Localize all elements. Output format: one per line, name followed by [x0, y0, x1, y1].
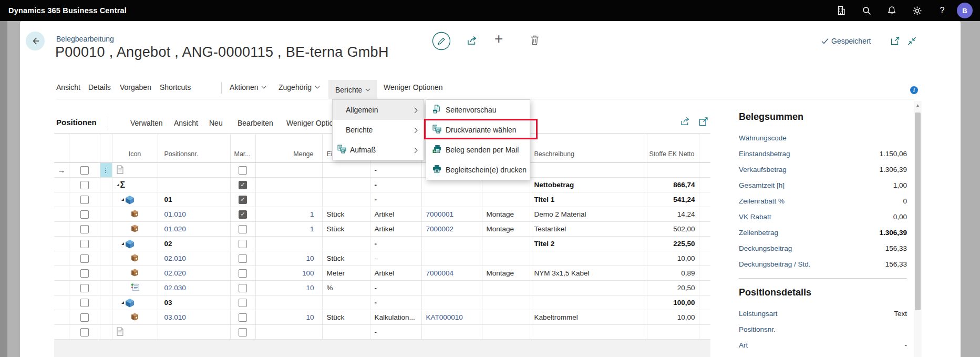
- checkbox[interactable]: [80, 313, 89, 322]
- checkbox[interactable]: [239, 269, 247, 278]
- column-header[interactable]: Mar...: [230, 134, 255, 163]
- cell-mar-checkbox[interactable]: [230, 237, 255, 251]
- row-options[interactable]: [100, 281, 112, 295]
- cell-nr[interactable]: [421, 237, 482, 251]
- cell-art[interactable]: Artikel: [370, 222, 421, 237]
- row-options[interactable]: [100, 207, 112, 222]
- cell-positionsnr[interactable]: 03: [158, 295, 230, 310]
- positions-neu[interactable]: Neu: [209, 119, 223, 127]
- row-select-checkbox[interactable]: [69, 163, 100, 178]
- cell-einheit[interactable]: [322, 325, 370, 340]
- cell-stoffe-ek-netto[interactable]: [647, 325, 699, 340]
- cell-nr[interactable]: [421, 325, 482, 340]
- submenu-begleitscheine-drucken[interactable]: Begleitschein(e) drucken: [426, 160, 530, 180]
- column-header[interactable]: [54, 134, 69, 163]
- submenu-seitenvorschau[interactable]: Seitenvorschau: [426, 100, 530, 120]
- factbox-label[interactable]: Leistungsart: [739, 310, 778, 318]
- row-type-icon-cell[interactable]: [112, 251, 158, 266]
- menu-weniger-optionen[interactable]: Weniger Optionen: [384, 83, 443, 91]
- cell-menge[interactable]: 1: [255, 207, 322, 222]
- cell-menge[interactable]: [255, 163, 322, 178]
- menu-aktionen[interactable]: Aktionen: [230, 83, 266, 91]
- cell-arbeit[interactable]: Montage: [482, 222, 530, 237]
- cell-positionsnr[interactable]: 02.020: [158, 266, 230, 281]
- back-button[interactable]: [26, 32, 45, 50]
- cell-empty[interactable]: [699, 310, 710, 325]
- dropdown-aufmass[interactable]: Aufmaß: [333, 140, 424, 160]
- menu-zugehoerig[interactable]: Zugehörig: [278, 83, 320, 91]
- cell-art[interactable]: -: [370, 192, 421, 207]
- cell-menge[interactable]: 10: [255, 310, 322, 325]
- cell-menge[interactable]: [255, 237, 322, 251]
- cell-positionsnr[interactable]: 03.010: [158, 310, 230, 325]
- cell-positionsnr[interactable]: 02: [158, 237, 230, 251]
- factbox-label[interactable]: Positionsnr.: [739, 325, 776, 333]
- cell-nr[interactable]: 7000002: [421, 222, 482, 237]
- checkbox[interactable]: [239, 166, 247, 175]
- checkbox[interactable]: [239, 181, 247, 189]
- dropdown-berichte[interactable]: Berichte: [333, 120, 424, 140]
- row-type-icon-cell[interactable]: [112, 310, 158, 325]
- row-options[interactable]: [100, 251, 112, 266]
- cell-empty[interactable]: [699, 192, 710, 207]
- cell-einheit[interactable]: Stück: [322, 222, 370, 237]
- cell-stoffe-ek-netto[interactable]: 502,00: [647, 222, 699, 237]
- cell-einheit[interactable]: Stück: [322, 207, 370, 222]
- cell-positionsnr[interactable]: 01: [158, 192, 230, 207]
- cell-art[interactable]: -: [370, 281, 421, 295]
- cell-empty[interactable]: [699, 251, 710, 266]
- table-row[interactable]: →⋮-: [54, 163, 710, 178]
- cell-mar-checkbox[interactable]: [230, 325, 255, 340]
- cell-empty[interactable]: [699, 295, 710, 310]
- cell-stoffe-ek-netto[interactable]: 225,50: [647, 237, 699, 251]
- cell-arbeit[interactable]: [482, 237, 530, 251]
- submenu-druckvariante-waehlen[interactable]: Druckvariante wählen: [426, 120, 530, 140]
- cell-art[interactable]: -: [370, 237, 421, 251]
- help-icon[interactable]: ?: [930, 0, 955, 21]
- checkbox[interactable]: [80, 299, 89, 307]
- cell-arbeit[interactable]: [482, 310, 530, 325]
- cell-arbeit[interactable]: [482, 251, 530, 266]
- row-select-checkbox[interactable]: [69, 295, 100, 310]
- checkbox[interactable]: [80, 225, 89, 233]
- cell-mar-checkbox[interactable]: [230, 207, 255, 222]
- column-header[interactable]: Beschreibung: [530, 134, 647, 163]
- positions-ansicht[interactable]: Ansicht: [174, 119, 198, 127]
- expand-grid-icon[interactable]: [699, 117, 708, 128]
- cell-art[interactable]: Kalkulation...: [370, 310, 421, 325]
- cell-stoffe-ek-netto[interactable]: [647, 163, 699, 178]
- cell-stoffe-ek-netto[interactable]: 10,00: [647, 310, 699, 325]
- cell-empty[interactable]: [699, 222, 710, 237]
- cell-beschreibung[interactable]: [530, 281, 647, 295]
- active-row-indicator[interactable]: [54, 222, 69, 237]
- column-header[interactable]: Positionsnr.: [158, 134, 230, 163]
- cell-empty[interactable]: [699, 266, 710, 281]
- checkbox[interactable]: [80, 210, 89, 219]
- active-row-indicator[interactable]: [54, 192, 69, 207]
- row-select-checkbox[interactable]: [69, 222, 100, 237]
- cell-einheit[interactable]: [322, 295, 370, 310]
- active-row-indicator[interactable]: [54, 178, 69, 192]
- column-header[interactable]: Stoffe EK Netto: [647, 134, 699, 163]
- scrollbar-thumb[interactable]: [915, 113, 921, 310]
- active-row-indicator[interactable]: [54, 207, 69, 222]
- cell-nr[interactable]: [421, 251, 482, 266]
- cell-einheit[interactable]: [322, 237, 370, 251]
- row-select-checkbox[interactable]: [69, 178, 100, 192]
- add-icon[interactable]: +: [494, 30, 503, 47]
- column-header[interactable]: Menge: [255, 134, 322, 163]
- cell-nr[interactable]: 7000001: [421, 207, 482, 222]
- cell-einheit[interactable]: Stück: [322, 251, 370, 266]
- cell-art[interactable]: -: [370, 251, 421, 266]
- column-header[interactable]: [699, 134, 710, 163]
- cell-stoffe-ek-netto[interactable]: 20,50: [647, 281, 699, 295]
- row-select-checkbox[interactable]: [69, 207, 100, 222]
- active-row-indicator[interactable]: [54, 251, 69, 266]
- cell-arbeit[interactable]: [482, 325, 530, 340]
- menu-details[interactable]: Details: [88, 83, 111, 91]
- checkbox[interactable]: [239, 210, 247, 219]
- scroll-up-icon[interactable]: ▲: [914, 101, 922, 109]
- cell-beschreibung[interactable]: Titel 2: [530, 237, 647, 251]
- cell-art[interactable]: Artikel: [370, 266, 421, 281]
- column-header[interactable]: [100, 134, 112, 163]
